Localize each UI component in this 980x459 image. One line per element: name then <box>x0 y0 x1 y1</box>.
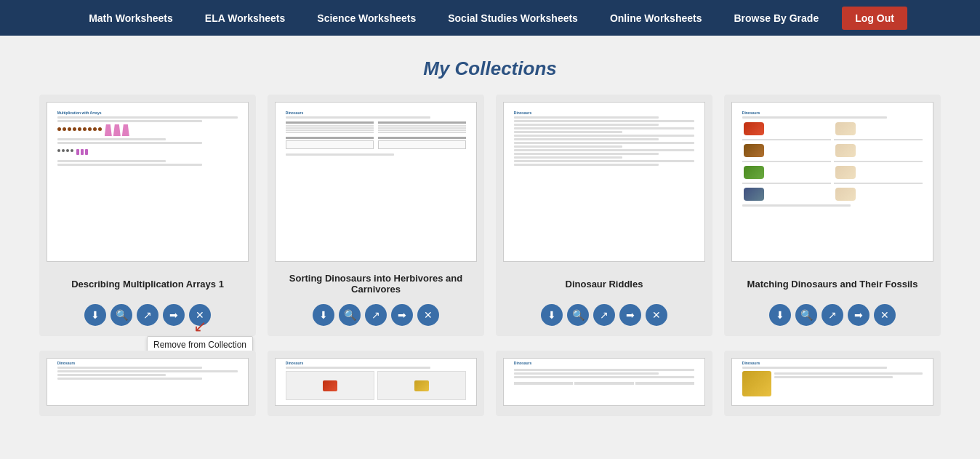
download-button-3[interactable]: ⬇ <box>541 304 563 326</box>
preview-button-1[interactable]: 🔍 <box>111 304 132 326</box>
collections-grid: Multiplication with Arrays <box>25 95 955 351</box>
remove-tooltip-container-1: ✕ ↙ Remove from Collection <box>189 304 211 326</box>
card-1-actions: ⬇ 🔍 ↗ ➡ ✕ ↙ Remove from Collection <box>84 304 211 326</box>
download-button-4[interactable]: ⬇ <box>769 304 791 326</box>
card-4-thumbnail[interactable]: Dinosaurs <box>731 102 933 262</box>
nav-grade[interactable]: Browse By Grade <box>718 12 835 24</box>
red-arrow-icon: ↙ <box>193 319 206 335</box>
preview-button-3[interactable]: 🔍 <box>567 304 589 326</box>
remove-button-4[interactable]: ✕ <box>874 304 896 326</box>
page-title: My Collections <box>0 57 980 80</box>
partial-thumbnail-3[interactable]: Dinosaurs <box>503 358 705 406</box>
nav-math[interactable]: Math Worksheets <box>73 12 189 24</box>
card-3-title: Dinosaur Riddles <box>566 271 643 297</box>
download-button-2[interactable]: ⬇ <box>313 304 334 326</box>
partial-thumbnail-1[interactable]: Dinosaurs <box>47 358 249 406</box>
card-3-actions: ⬇ 🔍 ↗ ➡ ✕ <box>541 304 667 326</box>
card-4-title: Matching Dinosaurs and Their Fossils <box>747 271 918 297</box>
card-4-actions: ⬇ 🔍 ↗ ➡ ✕ <box>769 304 896 326</box>
card-3-thumbnail[interactable]: Dinosaurs <box>503 102 705 262</box>
partial-thumbnail-2[interactable]: Dinosaurs <box>275 358 477 406</box>
preview-button-4[interactable]: 🔍 <box>795 304 817 326</box>
main-nav: Math Worksheets ELA Worksheets Science W… <box>0 0 980 36</box>
remove-button-3[interactable]: ✕ <box>646 304 667 326</box>
card-2-thumbnail[interactable]: Dinosaurs <box>275 102 477 262</box>
card-1-thumbnail[interactable]: Multiplication with Arrays <box>47 102 249 262</box>
move-button-2[interactable]: ➡ <box>391 304 413 326</box>
move-button-4[interactable]: ➡ <box>848 304 869 326</box>
share-button-4[interactable]: ↗ <box>822 304 843 326</box>
nav-ela[interactable]: ELA Worksheets <box>189 12 301 24</box>
share-button-3[interactable]: ↗ <box>593 304 615 326</box>
card-4: Dinosaurs <box>724 95 941 336</box>
collections-grid-row2: Dinosaurs Dinosaurs <box>25 351 955 431</box>
card-2-actions: ⬇ 🔍 ↗ ➡ ✕ <box>313 304 439 326</box>
partial-card-4: Dinosaurs <box>724 351 941 416</box>
card-3: Dinosaurs Dinosaur Riddles ⬇ 🔍 ↗ <box>496 95 712 336</box>
partial-card-2: Dinosaurs <box>268 351 484 416</box>
remove-button-2[interactable]: ✕ <box>417 304 439 326</box>
card-2: Dinosaurs <box>268 95 484 336</box>
nav-online[interactable]: Online Worksheets <box>594 12 718 24</box>
partial-thumbnail-4[interactable]: Dinosaurs <box>731 358 933 406</box>
download-button-1[interactable]: ⬇ <box>84 304 106 326</box>
move-button-3[interactable]: ➡ <box>619 304 641 326</box>
nav-social[interactable]: Social Studies Worksheets <box>432 12 594 24</box>
preview-button-2[interactable]: 🔍 <box>339 304 361 326</box>
card-2-title: Sorting Dinosaurs into Herbivores and Ca… <box>275 271 477 297</box>
card-1: Multiplication with Arrays <box>39 95 256 336</box>
partial-card-1: Dinosaurs <box>39 351 256 416</box>
card-1-title: Describing Multiplication Arrays 1 <box>71 271 224 297</box>
share-button-2[interactable]: ↗ <box>365 304 387 326</box>
partial-card-3: Dinosaurs <box>496 351 712 416</box>
logout-button[interactable]: Log Out <box>842 7 907 30</box>
remove-tooltip-1: ↙ Remove from Collection <box>147 319 253 354</box>
nav-science[interactable]: Science Worksheets <box>301 12 432 24</box>
